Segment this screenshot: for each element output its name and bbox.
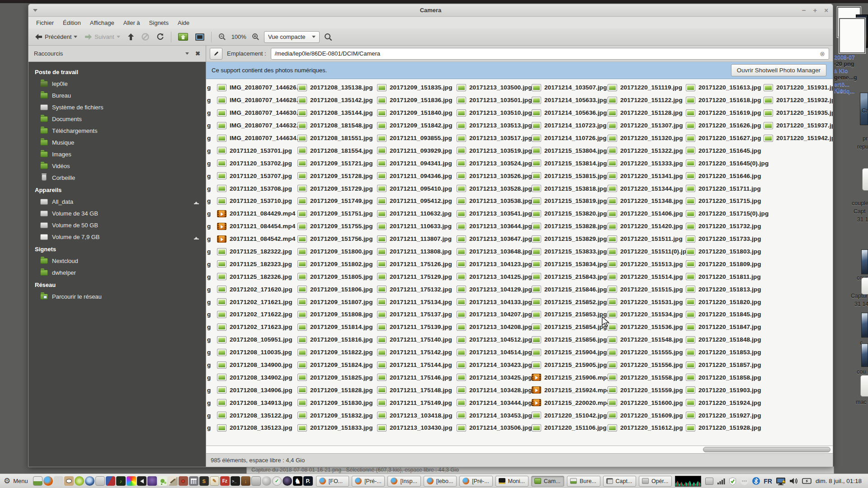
- file-item-clipped[interactable]: g: [206, 233, 216, 245]
- up-button[interactable]: [125, 31, 137, 42]
- menu-fichier[interactable]: Fichier: [32, 18, 58, 28]
- file-item-clipped[interactable]: g: [206, 182, 216, 195]
- file-item[interactable]: 20171215_215854.jpg: [531, 321, 607, 333]
- taskbar-window-pr[interactable]: [Pré-...: [459, 476, 492, 487]
- file-item[interactable]: 20171220_151811.jpg: [685, 270, 763, 283]
- file-item-clipped[interactable]: g: [206, 384, 216, 396]
- file-item[interactable]: 20171208_181551.jpg: [297, 132, 376, 145]
- unity-launcher-icon[interactable]: [137, 476, 146, 486]
- file-item[interactable]: 20171220_151333.jpg: [607, 157, 685, 169]
- file-item[interactable]: 20171220_151558.jpg: [607, 371, 685, 384]
- file-item-clipped[interactable]: g: [206, 422, 216, 434]
- sidebar-item-nextcloud[interactable]: Nextcloud: [28, 255, 206, 267]
- p-dock-launcher-icon[interactable]: P.: [303, 476, 313, 486]
- horizontal-scrollbar[interactable]: [206, 446, 833, 453]
- desktop-icon-document[interactable]: [860, 375, 868, 397]
- file-item[interactable]: 20171208_105951.jpg: [216, 333, 297, 346]
- file-item[interactable]: 20171202_171623.jpg: [216, 321, 297, 333]
- menu-aller[interactable]: Aller à: [119, 18, 144, 28]
- file-item[interactable]: 20171220_151514.jpg: [607, 270, 685, 283]
- file-item[interactable]: 20171220_151534.jpg: [607, 308, 685, 321]
- file-item[interactable]: 20171209_151835.jpg: [376, 81, 456, 94]
- file-item[interactable]: 20171220_151042.jpg: [531, 409, 607, 422]
- file-item[interactable]: 20171214_103425.jpg: [456, 371, 531, 384]
- file-item[interactable]: 20171120_153710.jpg: [216, 195, 297, 207]
- file-item[interactable]: 20171120_153701.jpg: [216, 144, 297, 157]
- file-item[interactable]: 20171211_175144.jpg: [376, 359, 456, 371]
- sidebar-item-musique[interactable]: Musique: [28, 136, 206, 148]
- horizontal-scrollbar-thumb[interactable]: [703, 447, 830, 452]
- file-item[interactable]: 20171220_151348.jpg: [607, 195, 685, 207]
- file-item[interactable]: 20171209_151842.jpg: [376, 119, 456, 132]
- pin-board-launcher-icon[interactable]: [179, 476, 188, 486]
- file-item[interactable]: 20171215_153819.jpg: [531, 195, 607, 207]
- file-item[interactable]: 20171220_151531.jpg: [607, 296, 685, 308]
- file-item[interactable]: 20171209_151729.jpg: [297, 182, 376, 195]
- file-item[interactable]: 20171215_153833.jpg: [531, 245, 607, 258]
- sync-paused-icon[interactable]: [740, 477, 749, 485]
- menu-button[interactable]: ⚙ Menu: [2, 477, 32, 486]
- file-item[interactable]: 20171211_093929.jpg: [376, 144, 456, 157]
- file-item[interactable]: 20171215_153814.jpg: [531, 157, 607, 169]
- file-item[interactable]: 20171209_151756.jpg: [297, 233, 376, 245]
- computer-button[interactable]: [193, 32, 207, 42]
- sidebar-item-volume-de-7-9-gb[interactable]: Volume de 7,9 GB: [28, 231, 206, 243]
- file-item[interactable]: 20171215_153828.jpg: [531, 220, 607, 233]
- network-signal-icon[interactable]: [717, 478, 725, 485]
- file-item[interactable]: 20171209_151833.jpg: [297, 422, 376, 434]
- file-item[interactable]: 20171121_084542.mp4: [216, 233, 297, 245]
- file-item[interactable]: 20171125_182322.jpg: [216, 245, 297, 258]
- file-item[interactable]: 20171208_181548.jpg: [297, 119, 376, 132]
- menu-affichage[interactable]: Affichage: [86, 18, 118, 28]
- file-item-clipped[interactable]: g: [206, 333, 216, 346]
- file-item[interactable]: 20171213_103526.jpg: [456, 169, 531, 182]
- eject-icon[interactable]: [193, 235, 199, 239]
- file-item[interactable]: 20171209_151755.jpg: [297, 220, 376, 233]
- file-item-clipped[interactable]: g: [206, 296, 216, 308]
- file-item[interactable]: 20171121_084429.mp4: [216, 207, 297, 220]
- eye-launcher-icon[interactable]: [64, 476, 74, 486]
- file-item[interactable]: 20171215_220020.mp4: [531, 396, 607, 409]
- file-item[interactable]: 20171214_103507.jpg: [531, 81, 607, 94]
- file-item[interactable]: 20171214_103428.jpg: [456, 384, 531, 396]
- maximize-button[interactable]: +: [813, 7, 817, 14]
- file-item[interactable]: IMG_20180707_144632.jpg: [216, 119, 297, 132]
- file-item[interactable]: 20171209_151805.jpg: [297, 270, 376, 283]
- file-item-clipped[interactable]: g: [206, 157, 216, 169]
- file-item[interactable]: 20171214_103506.jpg: [456, 422, 531, 434]
- titlebar[interactable]: Camera − + ×: [28, 4, 833, 17]
- file-item[interactable]: 20171215_153818.jpg: [531, 182, 607, 195]
- file-item[interactable]: 20171211_095412.jpg: [376, 195, 456, 207]
- file-item[interactable]: 20171220_151927.jpg: [685, 409, 763, 422]
- sidebar-item-parcourir-le-r-seau[interactable]: Parcourir le réseau: [28, 291, 206, 302]
- sidebar-item-corbeille[interactable]: Corbeille: [28, 172, 206, 183]
- file-item[interactable]: 20171211_094346.jpg: [376, 169, 456, 182]
- close-button[interactable]: ×: [824, 7, 828, 14]
- file-item[interactable]: 20171220_151128.jpg: [607, 107, 685, 119]
- sidebar-item-dwhelper[interactable]: dwhelper: [28, 267, 206, 278]
- file-item[interactable]: 20171211_110633.jpg: [376, 220, 456, 233]
- sidebar-item-bureau[interactable]: Bureau: [28, 89, 206, 101]
- file-item[interactable]: 20171220_151513.jpg: [607, 258, 685, 270]
- file-item-clipped[interactable]: g: [206, 81, 216, 94]
- sidebar-item-volume-de-34-gb[interactable]: Volume de 34 GB: [28, 207, 206, 219]
- menu-aide[interactable]: Aide: [174, 18, 193, 28]
- file-item-clipped[interactable]: g: [206, 396, 216, 409]
- file-item[interactable]: 20171209_151728.jpg: [297, 169, 376, 182]
- sidebar-item-volume-de-50-gb[interactable]: Volume de 50 GB: [28, 219, 206, 231]
- file-item[interactable]: 20171209_151721.jpg: [297, 157, 376, 169]
- sidebar-item-images[interactable]: Images: [28, 148, 206, 160]
- file-item-clipped[interactable]: g: [206, 359, 216, 371]
- volume-icon[interactable]: [789, 477, 798, 485]
- file-item[interactable]: 20171213_103510.jpg: [456, 107, 531, 119]
- file-item-clipped[interactable]: g: [206, 371, 216, 384]
- file-item[interactable]: 20171211_175149.jpg: [376, 396, 456, 409]
- location-input[interactable]: /media/lep0le/86DE-0801/DCIM/Camera ⊗: [271, 48, 829, 60]
- stellarium-launcher-icon[interactable]: [85, 476, 94, 486]
- file-item[interactable]: 20171213_104123.jpg: [456, 258, 531, 270]
- file-item[interactable]: 20171220_151548.jpg: [607, 333, 685, 346]
- file-item[interactable]: 20171220_151555.jpg: [607, 346, 685, 359]
- file-item[interactable]: 20171211_175132.jpg: [376, 283, 456, 296]
- file-item[interactable]: 20171209_151749.jpg: [297, 195, 376, 207]
- back-history-caret-icon[interactable]: [74, 36, 77, 40]
